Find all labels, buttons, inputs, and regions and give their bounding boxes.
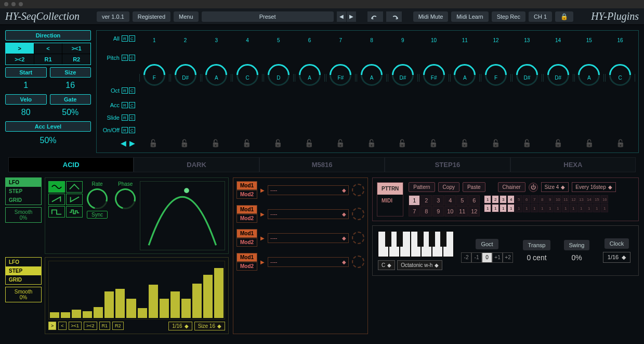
pattern-slot[interactable]: 10 (444, 206, 456, 216)
all-c-button[interactable]: C (129, 35, 135, 42)
dir-random1[interactable]: R1 (34, 54, 62, 65)
oct-r-button[interactable]: R (122, 87, 128, 94)
goct-cell[interactable]: -2 (461, 252, 471, 263)
mod1-mode-grid[interactable]: GRID (6, 196, 41, 205)
chainer-button[interactable]: Chainer (498, 182, 525, 192)
pattern-slot[interactable]: 2 (420, 195, 432, 206)
step-bar[interactable] (149, 285, 158, 318)
copy-button[interactable]: Copy (438, 182, 459, 192)
chain-pattern[interactable]: 1 (492, 204, 499, 212)
engine-tab-acid[interactable]: ACID (8, 157, 134, 172)
step-lock-button[interactable] (294, 139, 324, 147)
chain-step[interactable]: 7 (531, 195, 538, 203)
chain-pattern[interactable]: 1 (523, 204, 530, 212)
redo-button[interactable] (386, 11, 402, 22)
step-lock-button[interactable] (169, 139, 200, 147)
chain-step[interactable]: 1 (484, 195, 491, 203)
goct-cell[interactable]: +2 (503, 252, 513, 263)
acc-level-value[interactable]: 50% (5, 134, 91, 147)
acc-c-button[interactable]: C (129, 102, 135, 108)
chainer-size-select[interactable]: Size 4◆ (541, 182, 569, 192)
step-bar[interactable] (83, 311, 92, 318)
step-lock-button[interactable] (138, 139, 168, 147)
step-dir-r2[interactable]: R2 (112, 322, 124, 330)
step-bar[interactable] (160, 299, 169, 318)
channel-select[interactable]: CH 1 (529, 11, 552, 22)
step-bar[interactable] (104, 291, 114, 318)
pattern-slot[interactable]: 5 (456, 195, 468, 206)
mod1-smooth[interactable]: Smooth0% (5, 207, 42, 223)
step-bar[interactable] (192, 284, 202, 318)
clock-select[interactable]: 1/16◆ (603, 252, 630, 263)
root-note-select[interactable]: C◆ (378, 260, 395, 270)
chain-step[interactable]: 6 (523, 195, 530, 203)
pitch-r-button[interactable]: R (122, 55, 128, 61)
mod-dest-select[interactable]: ----◆ (268, 185, 349, 195)
wave-saw-down[interactable] (66, 194, 83, 205)
slide-c-button[interactable]: C (129, 114, 135, 121)
mod-dest-select[interactable]: ----◆ (268, 257, 349, 267)
step-lock-button[interactable] (450, 139, 480, 147)
pattern-slot[interactable]: 11 (456, 206, 468, 216)
start-value[interactable]: 1 (5, 79, 47, 92)
dir-random2[interactable]: R2 (62, 54, 90, 65)
step-lock-button[interactable] (356, 139, 386, 147)
step-lock-button[interactable] (263, 139, 293, 147)
chain-step[interactable]: 11 (562, 195, 569, 203)
step-bar[interactable] (170, 291, 180, 318)
mod2-mode-lfo[interactable]: LFO (6, 258, 41, 266)
dir-backward[interactable]: < (34, 43, 62, 54)
step-lock-button[interactable] (201, 139, 231, 147)
step-lock-button[interactable] (543, 139, 573, 147)
step-lock-button[interactable] (481, 139, 511, 147)
chain-pattern[interactable]: 1 (538, 204, 546, 212)
chain-step[interactable]: 14 (585, 195, 593, 203)
transp-value[interactable]: 0 cent (527, 253, 546, 262)
keyboard[interactable] (378, 231, 454, 257)
all-r-button[interactable]: R (122, 35, 128, 42)
step-next-button[interactable]: ▶ (129, 139, 135, 147)
mod1-source[interactable]: Mod1 (236, 229, 257, 238)
velo-value[interactable]: 80 (5, 106, 47, 119)
step-bar[interactable] (203, 275, 213, 318)
rate-knob[interactable] (87, 188, 108, 209)
step-bar[interactable] (72, 310, 81, 318)
step-dir-r1[interactable]: R1 (99, 322, 111, 330)
pattern-slot[interactable]: 7 (409, 206, 420, 216)
goct-cell[interactable]: -1 (471, 252, 482, 263)
step-bar-chart[interactable] (48, 261, 225, 319)
preset-button[interactable]: Preset (202, 11, 334, 22)
mod2-source[interactable]: Mod2 (236, 262, 257, 271)
chain-step[interactable]: 9 (546, 195, 554, 203)
gate-value[interactable]: 50% (50, 106, 91, 119)
step-bar[interactable] (138, 308, 147, 318)
step-rate-select[interactable]: 1/16◆ (168, 322, 192, 330)
step-bar[interactable] (126, 299, 136, 318)
step-bar[interactable] (181, 299, 191, 318)
oct-c-button[interactable]: C (129, 87, 135, 94)
mod1-source[interactable]: Mod1 (236, 205, 257, 214)
goct-cell[interactable]: 0 (482, 252, 492, 263)
dir-forward[interactable]: > (6, 43, 34, 54)
step-bar[interactable] (214, 268, 224, 318)
chain-pattern[interactable]: 1 (531, 204, 538, 212)
onoff-r-button[interactable]: R (122, 127, 128, 133)
wave-saw-up[interactable] (48, 194, 65, 205)
chain-pattern[interactable]: 1 (484, 204, 491, 212)
sync-button[interactable]: Sync (87, 211, 108, 219)
step-lock-button[interactable] (325, 139, 355, 147)
wave-square[interactable] (48, 206, 65, 218)
mod-amount-knob[interactable] (352, 208, 364, 220)
mod-dest-select[interactable]: ----◆ (268, 233, 349, 243)
wave-sine[interactable] (48, 181, 65, 193)
dir-pingpong2[interactable]: ><2 (6, 54, 34, 65)
step-lock-button[interactable] (418, 139, 449, 147)
mod2-mode-step[interactable]: STEP (6, 266, 41, 275)
mod2-source[interactable]: Mod2 (236, 214, 257, 223)
chain-pattern[interactable]: 1 (546, 204, 554, 212)
chainer-power-button[interactable]: ⏻ (529, 183, 538, 192)
paste-button[interactable]: Paste (463, 182, 485, 192)
chain-pattern[interactable]: 1 (601, 204, 608, 212)
pitch-c-button[interactable]: C (129, 55, 135, 61)
chain-step[interactable]: 12 (570, 195, 577, 203)
